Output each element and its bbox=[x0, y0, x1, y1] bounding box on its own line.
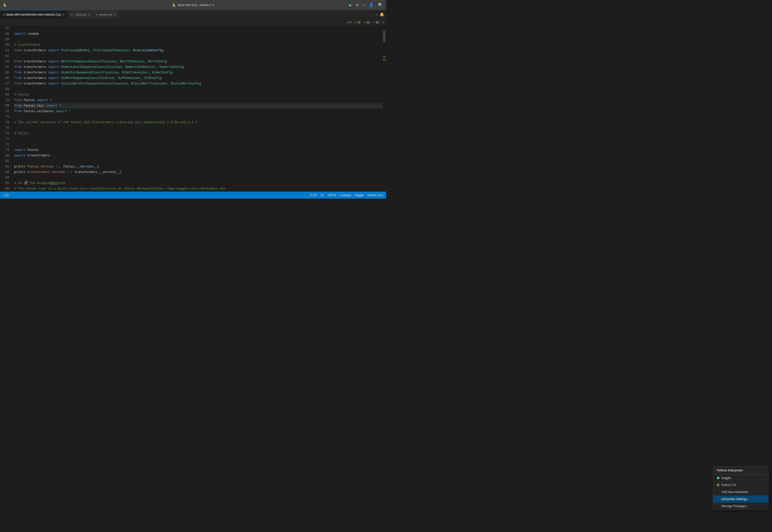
code-line bbox=[14, 175, 382, 181]
code-line: from fastai import * bbox=[14, 98, 382, 103]
status-line-ending[interactable]: LF bbox=[321, 194, 324, 197]
status-right: 71:26 LF UTF-8 4 spaces Kaggle Python 3.… bbox=[310, 194, 383, 197]
tabs-bar: ● fastai-with-transformers-bert-roberta-… bbox=[0, 10, 386, 19]
run-button[interactable]: ▶ bbox=[349, 2, 352, 8]
warning-number-1: 28 bbox=[357, 21, 360, 24]
code-line: # The current versions of the fastai and… bbox=[14, 120, 382, 125]
code-line: # ## 🎬 The exampleNBSPtask bbox=[14, 181, 382, 186]
tab-base[interactable]: ● _base.py × bbox=[68, 10, 93, 19]
warning-count-2[interactable]: ⚠ 93 bbox=[364, 21, 370, 24]
code-content[interactable]: import random # transformers from transf… bbox=[12, 26, 382, 192]
search-button[interactable]: 🔍 bbox=[378, 3, 383, 8]
tab-label-spawn: spawn.py bbox=[99, 13, 112, 16]
warning-icon-1: ⚠ bbox=[354, 21, 357, 24]
code-line: # fastai bbox=[14, 92, 382, 98]
code-line bbox=[14, 26, 382, 31]
code-line: import fastai bbox=[14, 147, 382, 153]
tab-icon-base: ● bbox=[71, 13, 72, 16]
title-chevron[interactable]: ▾ bbox=[213, 3, 214, 7]
code-area: 57 58 59 60 61 62 63 64 65 66 67 68 69 7… bbox=[0, 26, 386, 192]
warning-marker bbox=[383, 57, 385, 57]
tab-close-main[interactable]: × bbox=[63, 13, 65, 16]
line-numbers: 57 58 59 60 61 62 63 64 65 66 67 68 69 7… bbox=[0, 26, 12, 192]
error-count[interactable]: ● 4 bbox=[347, 21, 351, 24]
code-line: # In[4]: bbox=[14, 131, 382, 136]
code-line: print('fastai version :', fastai.__versi… bbox=[14, 164, 382, 169]
code-line bbox=[14, 114, 382, 120]
more-button[interactable]: ⋯ bbox=[362, 3, 365, 8]
error-bar-chevron[interactable]: ∧ bbox=[382, 21, 384, 24]
window-title: fastai-with-tran...oberta-2 bbox=[177, 3, 211, 7]
notifications-icon[interactable]: 🔔 bbox=[380, 12, 384, 17]
code-line-highlighted: from fastai.text import * bbox=[14, 103, 382, 109]
ok-icon: ✓ bbox=[373, 21, 375, 24]
title-file-icon: 🐍 bbox=[172, 3, 176, 7]
status-indent[interactable]: 4 spaces bbox=[340, 194, 351, 197]
ok-number: 80 bbox=[376, 21, 379, 24]
code-line bbox=[14, 136, 382, 142]
code-line bbox=[14, 158, 382, 164]
debug-button[interactable]: ⚙ bbox=[356, 3, 359, 8]
warning-icon-2: ⚠ bbox=[364, 21, 366, 24]
status-position[interactable]: 71:26 bbox=[310, 194, 317, 197]
code-line: from transformers import XLMForSequenceC… bbox=[14, 75, 382, 81]
tab-spawn[interactable]: ● spawn.py × bbox=[93, 10, 119, 19]
status-interpreter[interactable]: Kaggle bbox=[355, 194, 364, 197]
tab-label-main: fastai-with-transformers-bert-roberta-2.… bbox=[6, 13, 61, 16]
code-line: from transformers import DistilBertForSe… bbox=[14, 81, 382, 86]
code-line: # transformers bbox=[14, 42, 382, 48]
highlight-marker bbox=[383, 60, 385, 60]
tabs-more-icon[interactable]: ⋯ bbox=[376, 12, 378, 17]
code-line bbox=[14, 125, 382, 131]
code-line: print('transformers version :', transfor… bbox=[14, 169, 382, 175]
scrollbar-thumb[interactable] bbox=[383, 31, 385, 41]
code-line bbox=[14, 86, 382, 92]
code-line: from transformers import RobertaForSeque… bbox=[14, 64, 382, 70]
status-filename: -2.py bbox=[3, 194, 9, 197]
tabs-actions[interactable]: ⋯ 🔔 bbox=[374, 10, 386, 19]
tab-icon-spawn: ● bbox=[96, 13, 98, 16]
file-icon: 🐍 bbox=[3, 3, 7, 7]
error-bar: ● 4 ⚠ 28 ⚠ 93 ✓ 80 ∧ bbox=[0, 19, 386, 26]
tab-main-file[interactable]: ● fastai-with-transformers-bert-roberta-… bbox=[0, 10, 68, 19]
user-button[interactable]: 👤 bbox=[369, 3, 374, 8]
code-line: from transformers import BertForSequence… bbox=[14, 59, 382, 64]
titlebar-actions: ▶ ⚙ ⋯ 👤 🔍 bbox=[349, 2, 383, 8]
code-line: from transformers import XLNetForSequenc… bbox=[14, 70, 382, 75]
code-line: # The chosen task is a multi-class text … bbox=[14, 186, 382, 192]
code-line bbox=[14, 37, 382, 42]
scrollbar-track[interactable] bbox=[382, 26, 386, 192]
status-charset[interactable]: UTF-8 bbox=[328, 194, 336, 197]
tab-close-spawn[interactable]: × bbox=[113, 13, 115, 16]
ok-count[interactable]: ✓ 80 bbox=[373, 21, 379, 24]
code-line bbox=[14, 142, 382, 147]
error-marker bbox=[383, 41, 385, 42]
code-line bbox=[14, 53, 382, 59]
tab-label-base: _base.py bbox=[74, 13, 86, 16]
titlebar: 🐍 🐍 fastai-with-tran...oberta-2 ▾ ▶ ⚙ ⋯ … bbox=[0, 0, 386, 10]
warning-number-2: 93 bbox=[367, 21, 370, 24]
code-line: from transformers import PreTrainedModel… bbox=[14, 48, 382, 53]
tab-close-base[interactable]: × bbox=[88, 13, 90, 16]
error-number: 4 bbox=[350, 21, 351, 24]
code-line: import random bbox=[14, 31, 382, 37]
tab-icon-main: ● bbox=[3, 13, 5, 16]
error-icon: ● bbox=[347, 21, 349, 24]
code-line: from fastai.callbacks import * bbox=[14, 109, 382, 114]
status-bar: -2.py 71:26 LF UTF-8 4 spaces Kaggle Pyt… bbox=[0, 192, 386, 199]
titlebar-center: 🐍 fastai-with-tran...oberta-2 ▾ bbox=[172, 3, 214, 7]
warning-count-1[interactable]: ⚠ 28 bbox=[354, 21, 360, 24]
code-line: import transformers bbox=[14, 153, 382, 158]
status-python-version[interactable]: Python 3.9.x bbox=[368, 194, 383, 197]
